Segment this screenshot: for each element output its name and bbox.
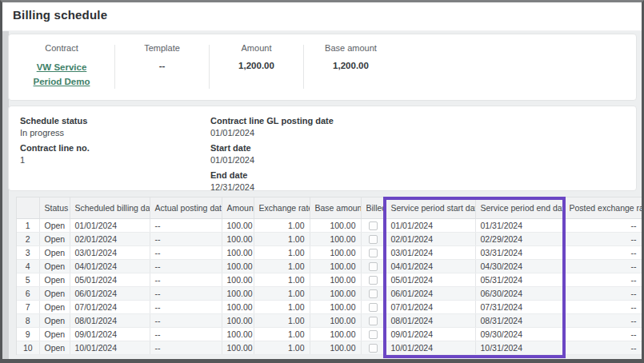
details-card: Schedule statusIn progressContract line … bbox=[8, 106, 637, 191]
cell-exchange-rate: 1.00 bbox=[254, 232, 310, 245]
cell-actual-posting-date: -- bbox=[150, 273, 222, 286]
billed-checkbox[interactable] bbox=[369, 289, 378, 298]
column-header-status[interactable]: Status bbox=[39, 197, 70, 218]
summary-field-value: 1,200.00 bbox=[333, 61, 369, 70]
billed-checkbox[interactable] bbox=[369, 249, 378, 257]
cell-service-period-start: 03/01/2024 bbox=[386, 245, 475, 259]
cell-base-amount: 100.00 bbox=[310, 273, 361, 286]
table-row: 10Open10/01/2024--100.001.00100.0010/01/… bbox=[17, 341, 642, 354]
cell-posted-exchange-rate: -- bbox=[564, 286, 642, 300]
billed-checkbox[interactable] bbox=[369, 330, 378, 339]
cell-posted-exchange-rate: -- bbox=[564, 245, 642, 259]
detail-field-value: 12/31/2024 bbox=[210, 182, 625, 193]
cell-base-amount: 100.00 bbox=[310, 218, 361, 232]
billed-checkbox[interactable] bbox=[369, 317, 378, 325]
column-header-actual-posting-date[interactable]: Actual posting date bbox=[150, 197, 222, 218]
cell-posted-exchange-rate: -- bbox=[564, 273, 642, 286]
table-row: 6Open06/01/2024--100.001.00100.0006/01/2… bbox=[17, 286, 642, 300]
page-title: Billing schedule bbox=[13, 8, 107, 22]
detail-field-value: 01/01/2024 bbox=[210, 127, 625, 138]
cell-scheduled-billing-date: 04/01/2024 bbox=[70, 259, 150, 273]
cell-posted-exchange-rate: -- bbox=[564, 259, 642, 273]
billed-checkbox[interactable] bbox=[369, 344, 378, 353]
cell-posted-exchange-rate: -- bbox=[564, 313, 642, 327]
cell-service-period-end: 05/31/2024 bbox=[475, 273, 564, 286]
table-row: 7Open07/01/2024--100.001.00100.0007/01/2… bbox=[17, 300, 642, 313]
column-header-billed[interactable]: Billed bbox=[361, 197, 386, 218]
cell-base-amount: 100.00 bbox=[310, 232, 361, 245]
contract-link[interactable]: VW Service Period Demo bbox=[25, 61, 98, 90]
cell-status: Open bbox=[39, 341, 70, 354]
cell-base-amount: 100.00 bbox=[310, 313, 361, 327]
cell-no: 8 bbox=[17, 313, 39, 327]
cell-status: Open bbox=[39, 286, 70, 300]
cell-scheduled-billing-date: 06/01/2024 bbox=[70, 286, 150, 300]
cell-service-period-start: 04/01/2024 bbox=[386, 259, 475, 273]
cell-base-amount: 100.00 bbox=[310, 259, 361, 273]
column-header-scheduled-billing-date[interactable]: Scheduled billing date bbox=[70, 197, 150, 218]
cell-amount: 100.00 bbox=[222, 313, 254, 327]
cell-amount: 100.00 bbox=[222, 300, 254, 313]
cell-status: Open bbox=[39, 218, 70, 232]
cell-billed bbox=[361, 300, 386, 313]
cell-exchange-rate: 1.00 bbox=[254, 286, 310, 300]
cell-posted-exchange-rate: -- bbox=[564, 327, 642, 341]
column-header-service-period-start-date[interactable]: Service period start date bbox=[386, 197, 475, 218]
cell-base-amount: 100.00 bbox=[310, 286, 361, 300]
cell-billed bbox=[361, 218, 386, 232]
summary-field-template: Template-- bbox=[115, 43, 209, 100]
detail-field-label: Contract line GL posting date bbox=[210, 115, 625, 126]
billed-checkbox[interactable] bbox=[369, 262, 378, 271]
cell-scheduled-billing-date: 05/01/2024 bbox=[70, 273, 150, 286]
cell-service-period-start: 02/01/2024 bbox=[386, 232, 475, 245]
cell-exchange-rate: 1.00 bbox=[254, 313, 310, 327]
cell-billed bbox=[361, 273, 386, 286]
cell-billed bbox=[361, 259, 386, 273]
column-header-service-period-end-date[interactable]: Service period end date bbox=[475, 197, 564, 218]
billed-checkbox[interactable] bbox=[369, 276, 378, 285]
column-header-row-number bbox=[17, 197, 39, 218]
cell-scheduled-billing-date: 02/01/2024 bbox=[70, 232, 150, 245]
summary-field-contract: ContractVW Service Period Demo bbox=[9, 43, 114, 100]
column-header-base-amount[interactable]: Base amount bbox=[310, 197, 361, 218]
cell-exchange-rate: 1.00 bbox=[254, 259, 310, 273]
detail-field-start-date: Start date01/01/2024 bbox=[210, 142, 625, 166]
cell-service-period-end: 08/31/2024 bbox=[475, 313, 564, 327]
table-row: 5Open05/01/2024--100.001.00100.0005/01/2… bbox=[17, 273, 642, 286]
cell-actual-posting-date: -- bbox=[150, 286, 222, 300]
cell-exchange-rate: 1.00 bbox=[254, 300, 310, 313]
cell-amount: 100.00 bbox=[222, 327, 254, 341]
billed-checkbox[interactable] bbox=[369, 303, 378, 312]
detail-field-label: End date bbox=[210, 170, 625, 181]
detail-field-label: Start date bbox=[210, 142, 625, 154]
column-header-posted-exchange-rate[interactable]: Posted exchange rate bbox=[564, 197, 642, 218]
cell-exchange-rate: 1.00 bbox=[254, 218, 310, 232]
cell-billed bbox=[361, 327, 386, 341]
cell-service-period-end: 04/30/2024 bbox=[475, 259, 564, 273]
cell-no: 1 bbox=[17, 218, 39, 232]
cell-no: 7 bbox=[17, 300, 39, 313]
cell-posted-exchange-rate: -- bbox=[564, 218, 642, 232]
column-header-exchange-rate[interactable]: Exchange rate bbox=[254, 197, 310, 218]
cell-scheduled-billing-date: 09/01/2024 bbox=[70, 327, 150, 341]
cell-service-period-start: 07/01/2024 bbox=[386, 300, 475, 313]
summary-field-value: 1,200.00 bbox=[238, 61, 274, 70]
cell-status: Open bbox=[39, 273, 70, 286]
cell-no: 5 bbox=[17, 273, 39, 286]
cell-actual-posting-date: -- bbox=[150, 218, 222, 232]
billed-checkbox[interactable] bbox=[369, 235, 378, 244]
cell-billed bbox=[361, 286, 386, 300]
billed-checkbox[interactable] bbox=[369, 221, 378, 230]
cell-actual-posting-date: -- bbox=[150, 259, 222, 273]
title-bar: Billing schedule bbox=[2, 2, 642, 31]
cell-actual-posting-date: -- bbox=[150, 341, 222, 354]
cell-actual-posting-date: -- bbox=[150, 327, 222, 341]
table-row: 1Open01/01/2024--100.001.00100.0001/01/2… bbox=[17, 218, 642, 232]
cell-service-period-start: 06/01/2024 bbox=[386, 286, 475, 300]
cell-base-amount: 100.00 bbox=[310, 341, 361, 354]
table-row: 8Open08/01/2024--100.001.00100.0008/01/2… bbox=[17, 313, 642, 327]
column-header-amount[interactable]: Amount bbox=[222, 197, 254, 218]
cell-amount: 100.00 bbox=[222, 232, 254, 245]
cell-service-period-start: 01/01/2024 bbox=[386, 218, 475, 232]
cell-no: 4 bbox=[17, 259, 39, 273]
